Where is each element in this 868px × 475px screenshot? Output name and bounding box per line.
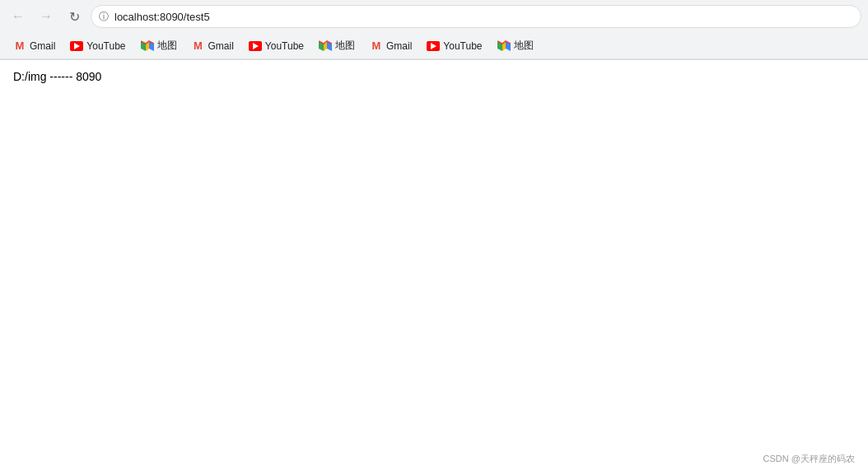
address-input[interactable] [91,5,861,28]
bookmark-maps-2[interactable]: 地图 [312,36,362,55]
bookmark-gmail-1[interactable]: M Gmail [7,37,62,55]
page-text: D:/img ------ 8090 [13,70,855,83]
refresh-button[interactable]: ↻ [63,5,86,28]
bookmark-label-maps-1: 地图 [157,39,177,53]
youtube-icon-2 [249,40,262,53]
bookmark-maps-3[interactable]: 地图 [491,36,540,55]
bookmarks-bar: M Gmail YouTube 地图 [0,33,868,59]
back-button[interactable]: ← [7,5,30,28]
address-bar-container: ⓘ [91,5,861,28]
watermark-text: CSDN @天秤座的码农 [763,454,855,463]
maps-icon-3 [497,40,511,53]
maps-icon-1 [141,40,154,53]
bookmark-label-gmail-3: Gmail [386,40,412,52]
bookmark-youtube-1[interactable]: YouTube [63,37,132,55]
bookmark-youtube-2[interactable]: YouTube [242,37,310,55]
address-bar-row: ← → ↻ ⓘ [0,0,868,33]
maps-icon-2 [319,40,332,53]
page-content: D:/img ------ 8090 [0,60,868,93]
gmail-icon-1: M [13,40,26,53]
youtube-icon-1 [70,40,83,53]
bookmark-label-gmail-1: Gmail [30,40,55,52]
bookmark-maps-1[interactable]: 地图 [134,36,184,55]
bookmark-label-maps-2: 地图 [335,39,355,53]
forward-button[interactable]: → [35,5,58,28]
bookmark-gmail-2[interactable]: M Gmail [185,37,240,55]
youtube-icon-3 [427,40,440,53]
bookmark-label-youtube-1: YouTube [86,40,125,52]
bookmark-label-maps-3: 地图 [514,39,534,53]
bookmark-youtube-3[interactable]: YouTube [420,37,488,55]
bookmark-label-youtube-3: YouTube [443,40,482,52]
browser-chrome: ← → ↻ ⓘ M Gmail YouTube [0,0,868,60]
bookmark-label-youtube-2: YouTube [265,40,304,52]
bookmark-label-gmail-2: Gmail [208,40,234,52]
footer-watermark: CSDN @天秤座的码农 [763,453,855,465]
gmail-icon-2: M [192,40,205,53]
gmail-icon-3: M [370,40,383,53]
bookmark-gmail-3[interactable]: M Gmail [363,37,418,55]
